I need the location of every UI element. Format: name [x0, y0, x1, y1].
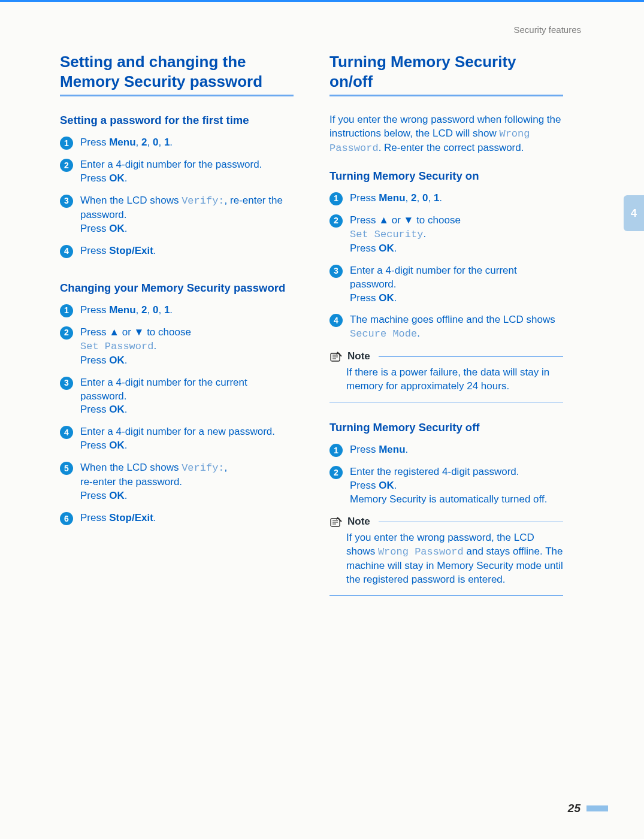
subhead-turn-off: Turning Memory Security off	[329, 420, 563, 435]
note-block: Note If there is a power failure, the da…	[329, 350, 563, 402]
left-column: Setting and changing the Memory Security…	[60, 52, 294, 608]
note-icon	[329, 351, 343, 363]
step-number: 2	[60, 159, 73, 172]
steps-turn-off: 1Press Menu.2Enter the registered 4-digi…	[329, 443, 563, 507]
steps-set-first-time: 1Press Menu, 2, 0, 1.2Enter a 4-digit nu…	[60, 136, 294, 258]
step: 5When the LCD shows Verify:,re-enter the…	[60, 461, 294, 503]
step-number: 2	[60, 326, 73, 340]
chapter-tab: 4	[624, 195, 644, 231]
subhead-set-first-time: Setting a password for the first time	[60, 113, 294, 128]
subhead-change-password: Changing your Memory Security password	[60, 281, 294, 295]
step-number: 4	[60, 426, 73, 439]
note-rule	[379, 522, 563, 522]
step: 1Press Menu, 2, 0, 1.	[60, 136, 294, 150]
step-body: Press Stop/Exit.	[80, 244, 294, 258]
running-head: Security features	[513, 24, 581, 36]
note-block: Note If you enter the wrong password, th…	[329, 515, 563, 596]
note-rule	[379, 356, 563, 357]
step-body: Press ▲ or ▼ to chooseSet Security.Press…	[350, 214, 563, 256]
step-body: Press Menu, 2, 0, 1.	[80, 136, 294, 150]
top-rule	[0, 0, 644, 2]
step: 4Enter a 4-digit number for a new passwo…	[60, 425, 294, 453]
step-body: When the LCD shows Verify:,re-enter the …	[80, 461, 294, 503]
page-footer: 25	[568, 801, 608, 816]
right-column: Turning Memory Security on/off If you en…	[329, 52, 563, 608]
step: 3When the LCD shows Verify:, re-enter th…	[60, 194, 294, 236]
section-title-right: Turning Memory Security on/off	[329, 52, 563, 91]
section-rule	[60, 95, 294, 96]
step-body: The machine goes offline and the LCD sho…	[350, 313, 563, 341]
step: 4The machine goes offline and the LCD sh…	[329, 313, 563, 341]
step-body: Enter a 4-digit number for the current p…	[80, 376, 294, 417]
step-body: Press Stop/Exit.	[80, 511, 294, 525]
footer-bar	[586, 805, 608, 811]
step-body: Press ▲ or ▼ to chooseSet Password.Press…	[80, 326, 294, 368]
step-body: Enter the registered 4-digit password.Pr…	[350, 465, 563, 507]
step-number: 2	[329, 214, 343, 228]
step: 2Press ▲ or ▼ to chooseSet Security.Pres…	[329, 214, 563, 256]
step: 4Press Stop/Exit.	[60, 244, 294, 258]
step: 2Enter the registered 4-digit password.P…	[329, 465, 563, 507]
section-title-left: Setting and changing the Memory Security…	[60, 52, 294, 91]
step-number: 6	[60, 512, 73, 525]
step-body: When the LCD shows Verify:, re-enter the…	[80, 194, 294, 236]
step-body: Enter a 4-digit number for a new passwor…	[80, 425, 294, 453]
step-body: Press Menu, 2, 0, 1.	[80, 304, 294, 317]
step-number: 5	[60, 462, 73, 475]
note-rule	[329, 595, 563, 596]
step: 2Press ▲ or ▼ to chooseSet Password.Pres…	[60, 326, 294, 368]
content-columns: Setting and changing the Memory Security…	[60, 52, 584, 608]
step: 1Press Menu, 2, 0, 1.	[329, 192, 563, 205]
step-number: 3	[329, 265, 343, 278]
step: 1Press Menu, 2, 0, 1.	[60, 304, 294, 317]
step-number: 1	[60, 137, 73, 150]
step-number: 3	[60, 377, 73, 390]
step-number: 4	[60, 245, 73, 258]
step-number: 2	[329, 466, 343, 479]
note-icon	[329, 516, 343, 528]
note-label: Note	[347, 350, 370, 364]
intro-paragraph: If you enter the wrong password when fol…	[329, 113, 563, 156]
step-number: 4	[329, 314, 343, 327]
step: 6Press Stop/Exit.	[60, 511, 294, 525]
note-body: If there is a power failure, the data wi…	[329, 366, 563, 399]
step-body: Press Menu.	[350, 443, 563, 457]
step-body: Enter a 4-digit number for the password.…	[80, 158, 294, 186]
step-number: 3	[60, 195, 73, 208]
steps-change-password: 1Press Menu, 2, 0, 1.2Press ▲ or ▼ to ch…	[60, 304, 294, 525]
steps-turn-on: 1Press Menu, 2, 0, 1.2Press ▲ or ▼ to ch…	[329, 192, 563, 342]
step: 3Enter a 4-digit number for the current …	[60, 376, 294, 417]
note-label: Note	[347, 515, 370, 529]
step-body: Enter a 4-digit number for the current p…	[350, 264, 563, 305]
subhead-turn-on: Turning Memory Security on	[329, 169, 563, 183]
note-rule	[329, 402, 563, 402]
step-number: 1	[329, 444, 343, 457]
step-number: 1	[329, 192, 343, 205]
step: 3Enter a 4-digit number for the current …	[329, 264, 563, 305]
step-body: Press Menu, 2, 0, 1.	[350, 192, 563, 205]
note-body: If you enter the wrong password, the LCD…	[329, 531, 563, 593]
step-number: 1	[60, 304, 73, 317]
page-number: 25	[568, 801, 580, 816]
step: 1Press Menu.	[329, 443, 563, 457]
section-rule	[329, 95, 563, 96]
page: Security features 4 Setting and changing…	[0, 0, 644, 839]
step: 2Enter a 4-digit number for the password…	[60, 158, 294, 186]
